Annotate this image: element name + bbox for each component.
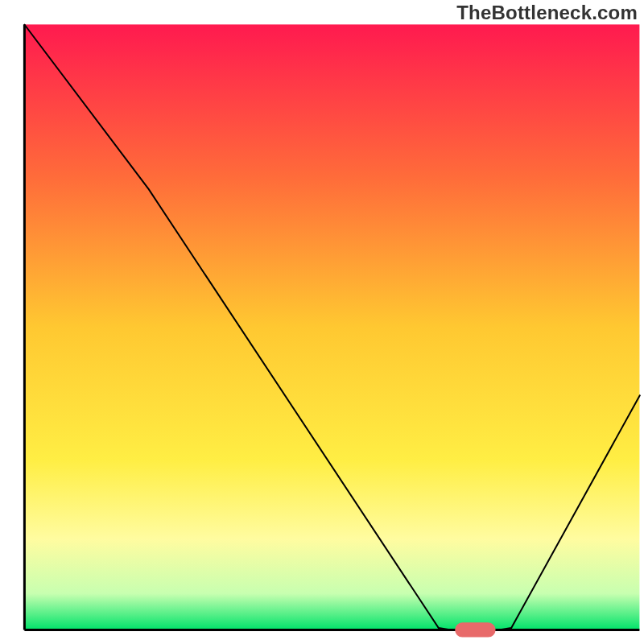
chart-container: TheBottleneck.com — [0, 0, 644, 644]
watermark-label: TheBottleneck.com — [456, 2, 638, 24]
optimal-zone-marker — [455, 622, 495, 637]
plot-background — [24, 24, 639, 630]
chart-svg — [0, 0, 644, 644]
